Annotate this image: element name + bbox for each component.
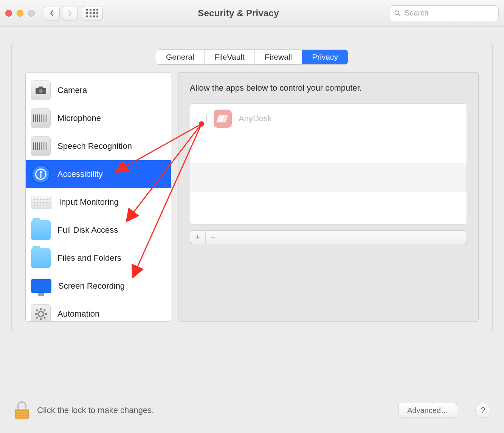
gear-icon: [31, 304, 51, 322]
add-remove-controls: + −: [190, 230, 467, 244]
advanced-button[interactable]: Advanced…: [399, 403, 457, 418]
forward-button[interactable]: [62, 6, 78, 20]
app-row[interactable]: AnyDesk: [190, 104, 467, 133]
svg-line-10: [36, 309, 38, 311]
add-app-button[interactable]: +: [190, 231, 205, 244]
svg-line-13: [36, 317, 38, 319]
lock-hint-text: Click the lock to make changes.: [37, 405, 392, 415]
sidebar-item-accessibility[interactable]: Accessibility: [26, 160, 171, 188]
svg-point-5: [38, 311, 43, 317]
folder-icon: [31, 248, 51, 268]
sidebar-item-automation[interactable]: Automation: [26, 300, 171, 322]
window-title: Security & Privacy: [107, 8, 385, 19]
tab-label: General: [166, 53, 194, 62]
sidebar-item-full-disk-access[interactable]: Full Disk Access: [26, 216, 171, 244]
content-row: Camera Microphone Speech Recognition Acc…: [25, 72, 479, 322]
sidebar-item-label: Automation: [57, 309, 99, 319]
sidebar-item-microphone[interactable]: Microphone: [26, 104, 171, 132]
svg-point-0: [395, 11, 399, 15]
sidebar-item-label: Full Disk Access: [57, 225, 118, 235]
chevron-left-icon: [49, 10, 54, 17]
sidebar-item-label: Files and Folders: [57, 253, 121, 263]
chevron-right-icon: [67, 10, 73, 17]
sidebar-item-speech-recognition[interactable]: Speech Recognition: [26, 132, 171, 160]
apps-panel: Allow the apps below to control your com…: [178, 72, 479, 322]
screen-icon: [31, 279, 51, 293]
microphone-icon: [31, 108, 51, 128]
back-button[interactable]: [44, 6, 60, 20]
tab-general[interactable]: General: [156, 50, 205, 64]
apps-panel-heading: Allow the apps below to control your com…: [190, 83, 467, 93]
search-field[interactable]: [389, 5, 499, 21]
apps-list[interactable]: AnyDesk: [190, 104, 467, 224]
sidebar-item-label: Input Monitoring: [59, 197, 119, 207]
svg-line-1: [399, 14, 400, 16]
tab-label: Privacy: [312, 53, 338, 62]
window-body: General FileVault Firewall Privacy Camer…: [0, 26, 504, 333]
sidebar-item-label: Speech Recognition: [57, 141, 132, 151]
sidebar-item-input-monitoring[interactable]: Input Monitoring: [26, 188, 171, 216]
keyboard-icon: [31, 196, 52, 209]
help-button[interactable]: ?: [475, 403, 490, 418]
privacy-category-list[interactable]: Camera Microphone Speech Recognition Acc…: [25, 72, 171, 322]
segmented-control: General FileVault Firewall Privacy: [156, 49, 348, 65]
traffic-lights: [5, 10, 35, 17]
folder-icon: [31, 220, 51, 240]
sidebar-item-files-and-folders[interactable]: Files and Folders: [26, 244, 171, 272]
speech-icon: [31, 136, 51, 156]
lock-icon[interactable]: [14, 401, 30, 419]
show-all-button[interactable]: [82, 6, 103, 20]
remove-app-button[interactable]: −: [206, 231, 221, 244]
tab-label: FileVault: [214, 53, 245, 62]
svg-line-11: [44, 317, 45, 319]
sidebar-item-label: Accessibility: [57, 169, 103, 179]
svg-line-12: [44, 309, 45, 311]
app-checkbox-anydesk[interactable]: [197, 114, 207, 124]
app-name: AnyDesk: [239, 114, 272, 124]
accessibility-icon: [31, 164, 51, 184]
sidebar-item-label: Camera: [57, 85, 87, 95]
sidebar-item-label: Screen Recording: [58, 281, 125, 291]
minimize-window-button[interactable]: [17, 10, 23, 17]
sidebar-item-camera[interactable]: Camera: [26, 76, 171, 104]
camera-icon: [31, 80, 51, 100]
apps-list-empty-rows: [190, 133, 467, 222]
sidebar-item-screen-recording[interactable]: Screen Recording: [26, 272, 171, 300]
tab-firewall[interactable]: Firewall: [255, 50, 302, 64]
footer: Click the lock to make changes. Advanced…: [0, 388, 504, 433]
tab-label: Firewall: [265, 53, 292, 62]
tab-privacy[interactable]: Privacy: [302, 50, 348, 64]
preferences-panel: General FileVault Firewall Privacy Camer…: [11, 41, 493, 333]
nav-group: [44, 6, 78, 20]
sidebar-item-label: Microphone: [57, 113, 101, 123]
svg-rect-3: [39, 87, 43, 89]
close-window-button[interactable]: [5, 10, 12, 17]
zoom-window-button[interactable]: [28, 10, 35, 17]
tab-filevault[interactable]: FileVault: [205, 50, 255, 64]
titlebar: Security & Privacy: [0, 0, 504, 26]
svg-point-4: [39, 89, 43, 93]
anydesk-icon: [214, 110, 232, 128]
grid-icon: [86, 9, 98, 17]
tab-bar: General FileVault Firewall Privacy: [12, 49, 492, 65]
search-input[interactable]: [404, 8, 494, 18]
search-icon: [394, 9, 401, 17]
